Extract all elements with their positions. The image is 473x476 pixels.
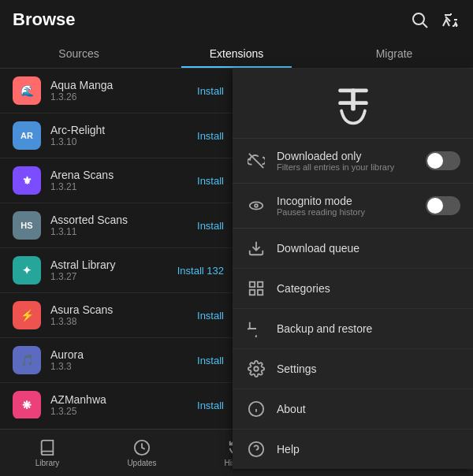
menu-item-categories[interactable]: Categories — [233, 269, 473, 309]
list-item: AR Arc-Relight 1.3.10 Install — [0, 113, 236, 158]
svg-rect-3 — [351, 88, 356, 110]
settings-label: Settings — [277, 363, 317, 375]
list-item: HS Assorted Scans 1.3.11 Install — [0, 203, 236, 248]
menu-item-backup[interactable]: Backup and restore — [233, 309, 473, 349]
settings-icon — [245, 360, 267, 377]
ext-name: Astral Library — [50, 258, 177, 271]
search-icon[interactable] — [410, 10, 429, 29]
svg-line-1 — [423, 24, 428, 28]
svg-point-0 — [413, 13, 424, 24]
download-icon — [245, 240, 267, 257]
ext-name: Aqua Manga — [50, 79, 197, 91]
svg-rect-11 — [258, 290, 263, 295]
svg-rect-4 — [338, 101, 367, 105]
ext-info-azmanhwa: AZManhwa 1.3.25 — [50, 393, 197, 417]
menu-item-settings[interactable]: Settings — [233, 349, 473, 389]
ext-version: 1.3.38 — [50, 316, 197, 327]
cloud-off-icon — [245, 152, 267, 169]
library-label: Library — [35, 459, 60, 467]
install-button-assorted[interactable]: Install — [197, 220, 224, 232]
ext-icon-arc: AR — [13, 121, 41, 150]
ext-info-aqua: Aqua Manga 1.3.26 — [50, 79, 197, 102]
ext-version: 1.3.21 — [50, 181, 197, 192]
nav-item-library[interactable]: Library — [0, 430, 95, 476]
category-icon — [245, 280, 267, 297]
ext-name: Arena Scans — [50, 169, 197, 181]
tab-extensions[interactable]: Extensions — [158, 39, 315, 68]
list-item: ✦ Astral Library 1.3.27 Install 132 — [0, 248, 236, 293]
svg-rect-10 — [250, 290, 255, 295]
downloaded-only-text: Downloaded only Filters all entries in y… — [277, 150, 426, 172]
menu-item-download-queue[interactable]: Download queue — [233, 229, 473, 269]
help-icon — [245, 441, 267, 458]
tab-sources[interactable]: Sources — [0, 39, 158, 68]
translate-icon[interactable] — [441, 10, 460, 29]
header: Browse — [0, 0, 473, 39]
incognito-label: Incognito mode — [277, 195, 426, 207]
toggle-knob — [427, 198, 443, 214]
nav-item-updates[interactable]: Updates — [95, 430, 189, 476]
incognito-icon — [245, 197, 267, 214]
ext-icon-asura: ⚡ — [13, 301, 41, 329]
info-icon — [245, 400, 267, 418]
install-button-aqua[interactable]: Install — [197, 85, 224, 97]
install-button-arc[interactable]: Install — [197, 130, 224, 142]
tab-migrate[interactable]: Migrate — [315, 39, 473, 68]
ext-info-assorted: Assorted Scans 1.3.11 — [50, 214, 197, 237]
incognito-toggle[interactable] — [426, 196, 460, 215]
ext-name: Arc-Relight — [50, 124, 197, 136]
ext-icon-astral: ✦ — [13, 256, 41, 284]
backup-icon — [245, 320, 267, 337]
install-button-aurora[interactable]: Install — [197, 355, 224, 366]
ext-info-aurora: Aurora 1.3.3 — [50, 348, 197, 372]
ext-name: Asura Scans — [50, 303, 197, 316]
downloaded-only-label: Downloaded only — [277, 150, 426, 162]
list-item: ⚜ Arena Scans 1.3.21 Install — [0, 158, 236, 203]
install-button-astral[interactable]: Install 132 — [177, 265, 224, 277]
ext-version: 1.3.27 — [50, 271, 177, 282]
updates-label: Updates — [127, 459, 156, 467]
app-icon-area — [233, 69, 473, 139]
ext-info-arc: Arc-Relight 1.3.10 — [50, 124, 197, 147]
updates-icon — [132, 438, 151, 457]
list-item: 🎵 Aurora 1.3.3 Install — [0, 338, 236, 383]
menu-item-about[interactable]: About — [233, 389, 473, 430]
list-item: ⚡ Asura Scans 1.3.38 Install — [0, 293, 236, 338]
download-queue-label: Download queue — [277, 242, 359, 255]
backup-label: Backup and restore — [277, 322, 372, 335]
toggle-knob — [427, 153, 443, 169]
ext-icon-aurora: 🎵 — [13, 346, 41, 374]
svg-point-5 — [250, 202, 263, 209]
categories-label: Categories — [277, 282, 330, 295]
ext-icon-azmanhwa: ❋ — [13, 391, 41, 418]
downloaded-only-item[interactable]: Downloaded only Filters all entries in y… — [233, 139, 473, 184]
tabs: Sources Extensions Migrate — [0, 39, 473, 69]
ext-info-astral: Astral Library 1.3.27 — [50, 258, 177, 282]
svg-rect-8 — [250, 282, 255, 287]
svg-point-12 — [254, 366, 259, 371]
incognito-text: Incognito mode Pauses reading history — [277, 195, 426, 217]
ext-version: 1.3.10 — [50, 136, 197, 147]
ext-info-arena: Arena Scans 1.3.21 — [50, 169, 197, 192]
downloaded-only-toggle[interactable] — [426, 151, 460, 170]
list-item: 🌊 Aqua Manga 1.3.26 Install — [0, 69, 236, 113]
ext-version: 1.3.26 — [50, 91, 197, 102]
install-button-arena[interactable]: Install — [197, 175, 224, 187]
install-button-azmanhwa[interactable]: Install — [197, 400, 224, 411]
main-content: 🌊 Aqua Manga 1.3.26 Install AR Arc-Relig… — [0, 69, 473, 418]
install-button-asura[interactable]: Install — [197, 310, 224, 322]
ext-version: 1.3.11 — [50, 226, 197, 237]
about-label: About — [277, 403, 306, 415]
app-icon — [330, 81, 377, 128]
ext-version: 1.3.3 — [50, 361, 197, 372]
svg-rect-9 — [258, 282, 263, 287]
incognito-sublabel: Pauses reading history — [277, 207, 426, 217]
incognito-item[interactable]: Incognito mode Pauses reading history — [233, 184, 473, 229]
ext-version: 1.3.25 — [50, 406, 197, 417]
ext-icon-assorted: HS — [13, 211, 41, 240]
help-label: Help — [277, 443, 300, 456]
header-actions — [410, 10, 460, 29]
ext-name: Aurora — [50, 348, 197, 361]
menu-item-help[interactable]: Help — [233, 430, 473, 469]
ext-icon-arena: ⚜ — [13, 166, 41, 195]
